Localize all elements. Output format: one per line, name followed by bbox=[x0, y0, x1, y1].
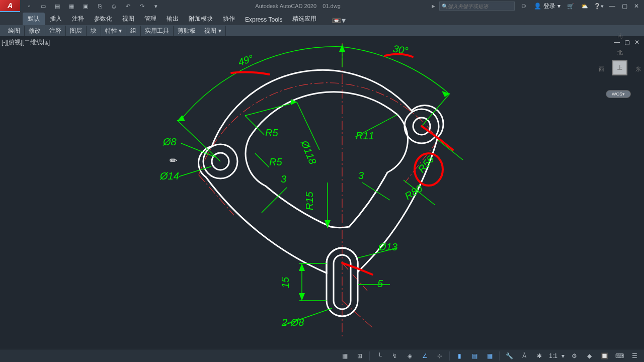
qa-dropdown-icon[interactable]: ▾ bbox=[152, 2, 160, 10]
panel-modify[interactable]: 修改 bbox=[25, 26, 45, 36]
svg-line-16 bbox=[245, 116, 264, 135]
status-menu-icon[interactable]: ☰ bbox=[629, 350, 640, 361]
status-polar-icon[interactable]: ↯ bbox=[389, 350, 400, 361]
status-iso-icon[interactable]: ◈ bbox=[404, 350, 415, 361]
search-input[interactable] bbox=[448, 4, 512, 9]
dim-d8: Ø8 bbox=[163, 136, 177, 147]
status-tools-icon[interactable]: 🔧 bbox=[504, 350, 515, 361]
cloud-icon[interactable]: ⛅ bbox=[581, 2, 589, 10]
status-diamond-icon[interactable]: ◆ bbox=[584, 350, 595, 361]
status-scale[interactable]: 1:1 bbox=[549, 352, 557, 359]
filename-text: 01.dwg bbox=[323, 3, 340, 9]
dim-r56: R56 bbox=[416, 153, 436, 175]
panel-clip[interactable]: 剪贴板 bbox=[174, 26, 200, 36]
play-icon[interactable]: ► bbox=[431, 3, 439, 9]
panel-draw[interactable]: 绘图 bbox=[4, 26, 25, 36]
ribbon-toggle-icon[interactable]: 📼▾ bbox=[332, 16, 346, 25]
tab-manage[interactable]: 管理 bbox=[139, 13, 162, 25]
help-icon[interactable]: ❔▾ bbox=[595, 2, 603, 10]
svg-marker-13 bbox=[442, 91, 450, 97]
app-title-text: Autodesk AutoCAD 2020 bbox=[255, 3, 316, 9]
close-button[interactable]: ✕ bbox=[632, 2, 641, 11]
tab-parametric[interactable]: 参数化 bbox=[89, 13, 117, 25]
status-cycle-icon[interactable]: ▦ bbox=[484, 350, 495, 361]
tab-collab[interactable]: 协作 bbox=[218, 13, 240, 25]
tab-insert[interactable]: 插入 bbox=[45, 13, 67, 25]
status-gear-icon[interactable]: ⚙ bbox=[569, 350, 580, 361]
status-track-icon[interactable]: ⊹ bbox=[434, 350, 445, 361]
search-box[interactable]: 🔍 bbox=[439, 2, 515, 11]
qa-open-icon[interactable]: ▭ bbox=[39, 2, 47, 10]
tab-featured[interactable]: 精选应用 bbox=[287, 13, 321, 25]
login-button[interactable]: 👤 登录 ▾ bbox=[534, 2, 560, 11]
dim-r5b: R5 bbox=[269, 156, 282, 167]
status-command-icon[interactable]: ⌨ bbox=[614, 350, 625, 361]
status-lwt-icon[interactable]: ▮ bbox=[454, 350, 465, 361]
cad-drawing: 49° 30° Ø8 Ø14 R5 R5 Ø118 R11 R15 3 3 R5… bbox=[0, 36, 644, 349]
svg-marker-32 bbox=[299, 263, 305, 271]
dim-d14: Ø14 bbox=[159, 170, 179, 182]
dim-w5: 5 bbox=[377, 278, 383, 289]
drawing-area[interactable]: [-][俯视][二维线框] — ▢ ✕ 北 南 西 东 上 WCS ▾ bbox=[0, 36, 644, 349]
tab-express[interactable]: Express Tools bbox=[240, 14, 287, 25]
status-osnap-icon[interactable]: ∠ bbox=[419, 350, 430, 361]
status-trans-icon[interactable]: ▤ bbox=[469, 350, 480, 361]
qa-print-icon[interactable]: ⎙ bbox=[110, 2, 118, 10]
qa-new-icon[interactable]: ▫ bbox=[25, 2, 33, 10]
svg-marker-11 bbox=[339, 44, 345, 52]
status-zoom-icon[interactable]: 🔲 bbox=[599, 350, 610, 361]
dim-49deg: 49° bbox=[236, 53, 255, 68]
login-label: 登录 bbox=[543, 2, 555, 11]
status-ortho-icon[interactable]: └ bbox=[374, 350, 385, 361]
dim-h15: 15 bbox=[280, 277, 291, 288]
panel-view[interactable]: 视图 ▾ bbox=[200, 26, 225, 36]
qa-saveas-icon[interactable]: ▦ bbox=[67, 2, 75, 10]
panel-group[interactable]: 组 bbox=[126, 26, 141, 36]
user-icon: 👤 bbox=[534, 3, 541, 10]
panel-block[interactable]: 块 bbox=[87, 26, 101, 36]
tab-annotate[interactable]: 注释 bbox=[67, 13, 89, 25]
qa-save-icon[interactable]: ▤ bbox=[53, 2, 61, 10]
status-model-icon[interactable]: ▦ bbox=[339, 350, 350, 361]
panel-bar: 绘图 修改 注释 图层 块 特性 ▾ 组 实用工具 剪贴板 视图 ▾ bbox=[0, 25, 644, 36]
cart-icon[interactable]: 🛒 bbox=[567, 2, 575, 10]
dim-3a: 3 bbox=[281, 173, 286, 185]
status-annoscale-icon[interactable]: Å bbox=[519, 350, 530, 361]
app-logo-icon[interactable]: A bbox=[0, 0, 20, 12]
svg-line-14 bbox=[181, 143, 216, 157]
svg-line-1 bbox=[199, 175, 234, 215]
chevron-down-icon: ▾ bbox=[557, 3, 560, 10]
panel-utils[interactable]: 实用工具 bbox=[141, 26, 174, 36]
tab-output[interactable]: 输出 bbox=[162, 13, 184, 25]
svg-line-25 bbox=[362, 183, 390, 200]
panel-layer[interactable]: 图层 bbox=[66, 26, 87, 36]
svg-line-19 bbox=[255, 153, 269, 167]
dim-r15: R15 bbox=[304, 191, 315, 210]
status-bar: ▦ ⊞ └ ↯ ◈ ∠ ⊹ ▮ ▤ ▦ 🔧 Å ✱ 1:1▾ ⚙ ◆ 🔲 ⌨ ☰ bbox=[0, 349, 644, 362]
au-icon[interactable]: ⚇ bbox=[520, 2, 528, 10]
svg-marker-33 bbox=[299, 293, 305, 301]
dim-d13: Ø13 bbox=[378, 241, 397, 252]
tab-default[interactable]: 默认 bbox=[23, 13, 45, 25]
qa-plot-icon[interactable]: ▣ bbox=[82, 2, 90, 10]
panel-props[interactable]: 特性 ▾ bbox=[101, 26, 126, 36]
qa-redo-icon[interactable]: ↷ bbox=[138, 2, 146, 10]
qa-web-icon[interactable]: ⎘ bbox=[96, 2, 104, 10]
ribbon-tabs: 默认 插入 注释 参数化 视图 管理 输出 附加模块 协作 Express To… bbox=[0, 12, 644, 25]
qa-undo-icon[interactable]: ↶ bbox=[124, 2, 132, 10]
tab-addons[interactable]: 附加模块 bbox=[184, 13, 218, 25]
dim-d118: Ø118 bbox=[299, 138, 318, 166]
dim-3b: 3 bbox=[358, 170, 364, 181]
svg-line-26 bbox=[438, 140, 463, 160]
maximize-button[interactable]: ▢ bbox=[620, 2, 629, 11]
status-annoviz-icon[interactable]: ✱ bbox=[534, 350, 545, 361]
window-title: Autodesk AutoCAD 2020 01.dwg bbox=[165, 3, 431, 9]
panel-annotate[interactable]: 注释 bbox=[45, 26, 66, 36]
dim-2d8: 2-Ø8 bbox=[281, 317, 304, 328]
title-bar: A ▫ ▭ ▤ ▦ ▣ ⎘ ⎙ ↶ ↷ ▾ Autodesk AutoCAD 2… bbox=[0, 0, 644, 12]
status-grid-icon[interactable]: ⊞ bbox=[354, 350, 365, 361]
tab-view[interactable]: 视图 bbox=[117, 13, 139, 25]
dim-r11: R11 bbox=[356, 130, 374, 141]
dim-r5a: R5 bbox=[265, 127, 278, 138]
minimize-button[interactable]: — bbox=[608, 2, 617, 11]
